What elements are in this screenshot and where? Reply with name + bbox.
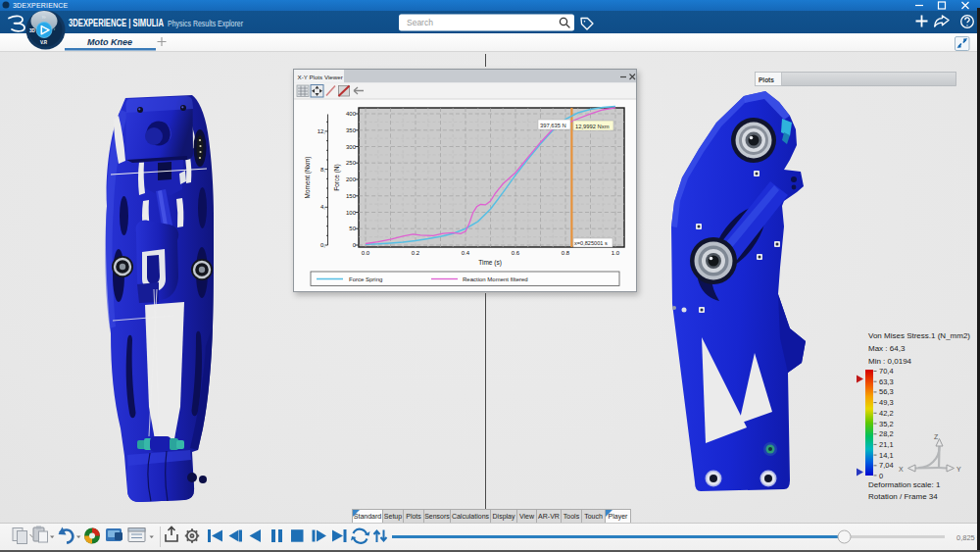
svg-text:Yr: Yr — [41, 15, 46, 20]
svg-text:Deformation scale: 1: Deformation scale: 1 — [868, 480, 941, 489]
svg-text:14,1: 14,1 — [879, 451, 894, 460]
svg-text:7,04: 7,04 — [879, 461, 894, 470]
svg-text:Plots: Plots — [759, 76, 774, 83]
svg-text:42,2: 42,2 — [879, 409, 894, 418]
svg-text:V.R: V.R — [40, 40, 48, 45]
svg-text:63,3: 63,3 — [879, 377, 894, 386]
svg-text:21,1: 21,1 — [879, 440, 894, 449]
svg-text:Z: Z — [934, 433, 939, 440]
svg-text:Moment (Nxm): Moment (Nxm) — [304, 157, 312, 199]
svg-text:0.4: 0.4 — [462, 250, 470, 256]
svg-text:397,635 N: 397,635 N — [540, 123, 566, 128]
svg-text:0.6: 0.6 — [512, 250, 520, 256]
svg-text:Reaction Moment filtered: Reaction Moment filtered — [463, 276, 528, 282]
svg-text:300: 300 — [346, 144, 357, 150]
svg-text:Y: Y — [956, 466, 961, 473]
svg-text:35,2: 35,2 — [879, 420, 894, 428]
svg-text:0.2: 0.2 — [412, 250, 420, 256]
svg-text:12,9992 Nxm: 12,9992 Nxm — [575, 124, 610, 129]
svg-text:X: X — [899, 466, 904, 473]
svg-text:x=0,825001 s: x=0,825001 s — [574, 240, 608, 246]
svg-text:28,2: 28,2 — [879, 429, 894, 438]
svg-text:100: 100 — [346, 210, 357, 216]
svg-text:49,3: 49,3 — [879, 398, 894, 407]
svg-text:200: 200 — [346, 176, 357, 182]
svg-text:0.8: 0.8 — [562, 250, 570, 256]
svg-text:Von Mises Stress.1 (N_mm2): Von Mises Stress.1 (N_mm2) — [868, 331, 970, 340]
svg-text:Moto Knee: Moto Knee — [87, 37, 132, 47]
svg-text:Rotation / Frame 34: Rotation / Frame 34 — [868, 492, 938, 501]
svg-text:0: 0 — [879, 472, 883, 480]
svg-text:Min : 0,0194: Min : 0,0194 — [868, 357, 912, 366]
svg-text:i: i — [54, 26, 55, 31]
svg-text:12,: 12, — [318, 128, 326, 134]
svg-text:70,4: 70,4 — [879, 367, 894, 376]
svg-text:150: 150 — [346, 193, 357, 199]
svg-text:56,3: 56,3 — [879, 387, 894, 396]
svg-text:3DEXPERIENCE | SIMULIA: 3DEXPERIENCE | SIMULIA — [69, 17, 164, 28]
svg-text:0.0: 0.0 — [362, 250, 370, 256]
svg-text:X-Y Plots Viewer: X-Y Plots Viewer — [298, 74, 343, 80]
svg-text:Force (N): Force (N) — [333, 164, 341, 190]
svg-text:Time (s): Time (s) — [478, 259, 502, 267]
svg-text:250: 250 — [346, 160, 357, 166]
svg-text:350: 350 — [346, 127, 357, 133]
svg-text:Physics Results Explorer: Physics Results Explorer — [168, 18, 243, 28]
svg-text:3D: 3D — [29, 28, 36, 33]
svg-text:Force Spring: Force Spring — [349, 276, 382, 282]
svg-text:Max : 64,3: Max : 64,3 — [868, 344, 906, 353]
svg-text:Search: Search — [407, 18, 433, 27]
svg-text:1.0: 1.0 — [612, 250, 620, 256]
svg-text:400: 400 — [346, 111, 357, 117]
